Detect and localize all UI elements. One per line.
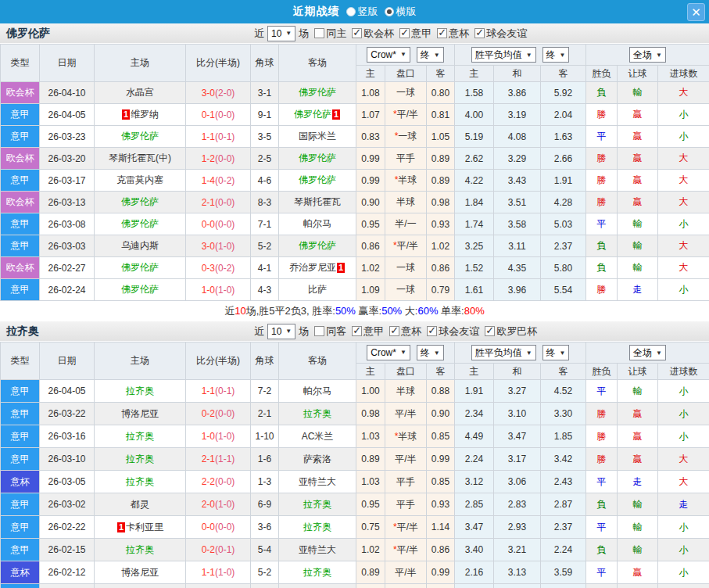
filter-checkbox-球会友谊[interactable] — [427, 326, 437, 336]
layout-radio-horizontal[interactable]: 横版 — [385, 5, 417, 19]
filter-checkbox-欧罗巴杯[interactable] — [485, 326, 495, 336]
full-time-score: 1-2 — [202, 153, 215, 164]
favorite-star: * — [395, 431, 399, 442]
chevron-down-icon: ▼ — [656, 52, 662, 59]
result-handicap: 輸 — [618, 516, 658, 539]
avg-select[interactable]: 胜平负均值▼ — [471, 47, 536, 63]
final-select-2[interactable]: 终▼ — [542, 47, 570, 63]
full-time-score: 0-0 — [202, 522, 215, 532]
summary-segment: 50% — [335, 305, 356, 317]
avg-away: 2.04 — [541, 104, 586, 126]
team-label: 乔治罗尼亚1 — [289, 262, 346, 273]
match-count-select[interactable]: 10▼ — [267, 26, 295, 41]
league-type-badge: 意甲 — [1, 584, 40, 588]
filter-checkbox-欧会杯[interactable] — [352, 28, 362, 38]
subcol-handicap: 盘口 — [385, 364, 427, 380]
filter-checkbox-意甲[interactable] — [352, 326, 362, 336]
match-date: 26-03-17 — [40, 170, 95, 192]
home-odds: 0.99 — [356, 584, 385, 588]
avg-away: 2.37 — [541, 516, 586, 539]
away-odds: 0.93 — [427, 213, 455, 235]
col-away: 客场 — [279, 45, 356, 82]
final-select-1[interactable]: 终▼ — [417, 345, 444, 360]
games-label: 场 — [299, 324, 309, 339]
team-label: 琴斯托霍瓦(中) — [109, 152, 171, 163]
filter-checkbox-球会友谊[interactable] — [474, 28, 485, 38]
home-odds: 1.07 — [356, 104, 385, 126]
full-match-select[interactable]: 全场▼ — [629, 345, 666, 360]
result-handicap: 輸 — [618, 493, 658, 516]
favorite-star: * — [393, 109, 397, 120]
filter-label: 球会友谊 — [486, 27, 527, 41]
radio-horizontal-icon[interactable] — [385, 7, 394, 16]
avg-draw: 4.43 — [494, 584, 541, 588]
avg-away: 5.92 — [541, 82, 586, 104]
team-text: 拉齐奥 — [126, 454, 154, 464]
final-select-2[interactable]: 终▼ — [542, 345, 570, 360]
result-outcome: 平 — [586, 561, 618, 584]
layout-radio-vertical[interactable]: 竖版 — [346, 5, 378, 19]
filter-checkbox-同客[interactable] — [314, 326, 324, 336]
close-button[interactable]: ✕ — [687, 3, 705, 21]
filter-checkbox-意杯[interactable] — [437, 28, 447, 38]
section-header: 佛罗伦萨 近10▼场同主欧会杯意甲意杯球会友谊 — [0, 23, 709, 44]
full-time-score: 1-1 — [202, 131, 215, 142]
bookmaker-select[interactable]: Crow*▼ — [367, 345, 410, 360]
filter-label: 意杯 — [401, 324, 421, 339]
half-time-score: (1-0) — [215, 499, 235, 510]
full-match-select[interactable]: 全场▼ — [629, 47, 666, 63]
home-team: 1卡利亚里 — [95, 516, 186, 539]
league-type-badge: 意甲 — [1, 235, 40, 257]
filter-checkbox-意甲[interactable] — [399, 28, 410, 38]
avg-draw: 3.86 — [494, 82, 541, 104]
full-match-group-header: 全场▼ — [586, 342, 709, 364]
team-label: 水晶宫 — [126, 87, 154, 98]
result-goals: 大 — [658, 235, 709, 257]
filter-controls: 近10▼场同主欧会杯意甲意杯球会友谊 — [254, 23, 527, 43]
result-handicap: 贏 — [618, 403, 658, 425]
final-select-1[interactable]: 终▼ — [417, 47, 444, 63]
league-type-badge: 欧会杯 — [1, 82, 40, 104]
col-home: 主场 — [95, 45, 186, 82]
league-type-badge: 意甲 — [1, 448, 40, 471]
result-outcome: 平 — [586, 126, 618, 148]
away-team: 拉齐奥 — [279, 403, 356, 425]
handicap-line: *平/半 — [385, 104, 427, 126]
table-row: 欧会杯26-03-20琴斯托霍瓦(中)1-2(0-0)2-5佛罗伦萨0.99平手… — [1, 148, 709, 170]
team-label: 佛罗伦萨 — [299, 87, 336, 98]
results-table: 类型 日期 主场 比分(半场) 角球 客场 Crow*▼终▼ 胜平负均值▼终▼ … — [0, 44, 709, 301]
away-odds: 0.81 — [427, 104, 455, 126]
avg-home: 4.22 — [455, 170, 494, 192]
team-text: 佛罗伦萨 — [121, 284, 159, 295]
radio-vertical-icon[interactable] — [346, 7, 356, 16]
table-row: 意甲26-04-05拉齐奥1-1(0-1)7-2帕尔马1.00半球0.881.9… — [1, 380, 709, 403]
bookmaker-select[interactable]: Crow*▼ — [367, 47, 410, 63]
match-count-select[interactable]: 10▼ — [267, 324, 295, 339]
chevron-down-icon: ▼ — [285, 30, 292, 37]
team-label: 乌迪内斯 — [121, 240, 159, 251]
result-outcome: 負 — [586, 235, 618, 257]
col-score: 比分(半场) — [186, 45, 251, 82]
team-text: 拉齐奥 — [303, 567, 331, 578]
avg-draw: 3.58 — [494, 213, 541, 235]
filter-checkbox-意杯[interactable] — [389, 326, 399, 336]
team-text: 佛罗伦萨 — [121, 131, 159, 142]
radio-horizontal-label: 横版 — [396, 5, 417, 19]
half-time-score: (0-1) — [215, 544, 235, 555]
league-type-badge: 意甲 — [1, 104, 40, 126]
summary-segment: 大: — [402, 305, 417, 317]
team-label: 拉齐奥 — [303, 567, 331, 578]
avg-away: 1.63 — [541, 126, 586, 148]
match-score: 1-1(1-0) — [186, 561, 251, 584]
avg-select[interactable]: 胜平负均值▼ — [471, 345, 536, 360]
full-time-score: 0-2 — [202, 408, 215, 419]
result-handicap: 走 — [618, 471, 658, 493]
table-row: 意甲26-03-22博洛尼亚0-2(0-0)2-1拉齐奥0.98平/半0.902… — [1, 403, 709, 425]
away-team: 佛罗伦萨 — [279, 148, 356, 170]
filter-label: 意杯 — [449, 27, 469, 41]
away-odds: 0.85 — [427, 425, 455, 448]
home-team: 拉齐奥 — [95, 448, 186, 471]
avg-away: 8.61 — [541, 584, 586, 588]
filter-checkbox-同主[interactable] — [314, 28, 324, 38]
team-text: 帕尔马 — [303, 385, 331, 396]
